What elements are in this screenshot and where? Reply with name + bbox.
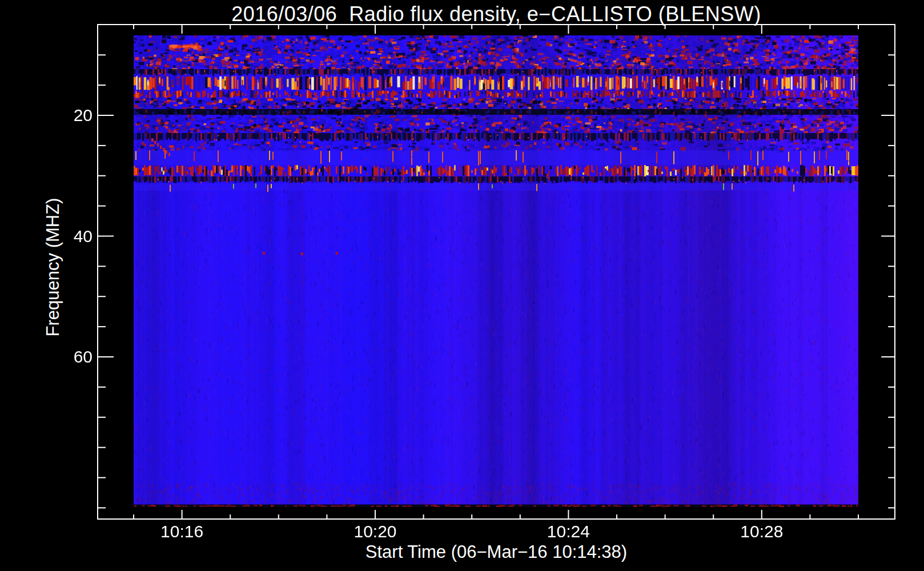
x-axis-title: Start Time (06−Mar−16 10:14:38)	[98, 542, 895, 562]
y-axis-title: Frequency (MHZ)	[43, 198, 63, 337]
x-tick-label: 10:28	[740, 522, 783, 541]
y-tick-label: 20	[74, 106, 93, 125]
spectrogram-page: 2016/03/06 Radio flux density, e−CALLIST…	[0, 0, 924, 571]
x-tick-label: 10:16	[160, 522, 203, 541]
y-tick-label: 40	[74, 227, 93, 246]
x-tick-label: 10:24	[547, 522, 590, 541]
y-tick-label: 60	[74, 347, 93, 367]
x-tick-label: 10:20	[353, 522, 396, 541]
chart-title: 2016/03/06 Radio flux density, e−CALLIST…	[98, 2, 895, 26]
spectrogram-heatmap	[134, 35, 858, 507]
